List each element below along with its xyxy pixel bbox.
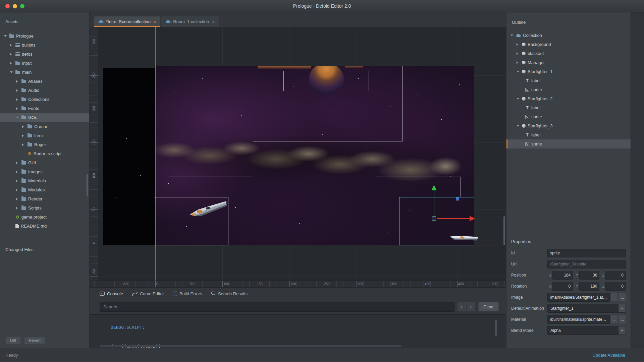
asset-item-main[interactable]: main [0, 68, 89, 77]
diff-button[interactable]: Diff [5, 337, 21, 345]
tab-build-errors[interactable]: Build Errors [173, 291, 202, 296]
close-tab-icon[interactable]: × [154, 19, 156, 24]
expand-arrow-icon[interactable] [10, 62, 13, 65]
asset-item-radar-script[interactable]: ⚙Radar_s.script [0, 149, 89, 158]
asset-item-defos[interactable]: defos [0, 50, 89, 59]
minimize-window-button[interactable] [13, 4, 17, 8]
tab-room-1[interactable]: Room_1.collection × [161, 16, 219, 27]
open-resource-button[interactable]: → [611, 293, 618, 302]
expand-arrow-icon[interactable] [16, 89, 19, 92]
outline-item-label[interactable]: Tlabel [506, 103, 631, 112]
expand-arrow-icon[interactable] [517, 52, 520, 55]
scene-blackout-region[interactable] [103, 68, 155, 245]
expand-arrow-icon[interactable] [10, 44, 13, 47]
expand-arrow-icon[interactable] [10, 53, 13, 56]
browse-resource-button[interactable]: … [619, 315, 626, 324]
gizmo-origin-handle[interactable] [432, 217, 436, 221]
asset-item-images[interactable]: Images [0, 167, 89, 176]
chevron-down-icon[interactable]: ▾ [618, 304, 626, 312]
clear-button[interactable]: Clear [478, 302, 499, 311]
expand-arrow-icon[interactable] [517, 125, 520, 127]
expand-arrow-icon[interactable] [511, 35, 514, 36]
gizmo-x-arrow-icon[interactable] [470, 216, 475, 221]
scene-viewport[interactable]: 300 250 200 150 100 50 0 -50 -50 0 50 10… [90, 27, 506, 287]
close-tab-icon[interactable]: × [212, 19, 215, 24]
open-resource-button[interactable]: → [611, 315, 618, 324]
console-horizontal-scrollbar[interactable] [100, 345, 401, 347]
object-bounds-left[interactable] [168, 177, 253, 197]
outline-item-manager[interactable]: Manager [506, 58, 631, 67]
browse-resource-button[interactable]: … [619, 293, 626, 302]
tab-intro-scene[interactable]: *Intro_Scene.collection × [94, 16, 160, 27]
assets-scrollbar[interactable] [87, 174, 88, 196]
outline-item-starfighter-1[interactable]: Starfighter_1 [506, 67, 631, 76]
expand-arrow-icon[interactable] [16, 162, 19, 164]
outline-item-sprite[interactable]: sprite [506, 85, 631, 94]
sprite-anchor-handle[interactable] [456, 197, 459, 200]
asset-item-scripts[interactable]: Scripts [0, 203, 89, 213]
asset-item-readme[interactable]: README.md [0, 222, 89, 231]
object-bounds-right[interactable] [376, 177, 461, 197]
position-x-field[interactable] [552, 271, 573, 280]
expand-arrow-icon[interactable] [16, 117, 19, 118]
expand-arrow-icon[interactable] [22, 125, 25, 128]
asset-item-fonts[interactable]: Fonts [0, 104, 89, 113]
zoom-window-button[interactable] [20, 4, 24, 8]
outline-item-sprite[interactable]: sprite [506, 112, 631, 121]
expand-arrow-icon[interactable] [16, 180, 19, 182]
expand-arrow-icon[interactable] [517, 61, 520, 64]
outline-item-blackout[interactable]: blackout [506, 49, 631, 58]
close-window-button[interactable] [5, 4, 10, 8]
asset-item-collections[interactable]: Collections [0, 95, 89, 104]
asset-item-input[interactable]: input [0, 59, 89, 68]
tab-curve-editor[interactable]: Curve Editor [132, 291, 164, 296]
asset-item-prologue[interactable]: Prologue [0, 32, 89, 41]
asset-item-materials[interactable]: Materials [0, 176, 89, 185]
outline-item-label[interactable]: Tlabel [506, 130, 631, 139]
expand-arrow-icon[interactable] [10, 71, 13, 73]
expand-arrow-icon[interactable] [16, 207, 19, 209]
outline-item-starfighter-3[interactable]: Starfighter_3 [506, 121, 631, 130]
selected-object-bounds[interactable] [399, 197, 474, 245]
rotation-z-field[interactable] [605, 282, 626, 291]
update-available-link[interactable]: Update Available [593, 353, 625, 358]
asset-item-audio[interactable]: Audio [0, 86, 89, 95]
gizmo-y-axis-handle[interactable] [434, 190, 434, 217]
gizmo-y-arrow-icon[interactable] [431, 185, 437, 190]
asset-item-modules[interactable]: Modules [0, 185, 89, 194]
expand-arrow-icon[interactable] [22, 134, 25, 137]
position-z-field[interactable] [605, 271, 626, 280]
expand-arrow-icon[interactable] [16, 80, 19, 83]
expand-arrow-icon[interactable] [517, 98, 520, 100]
position-y-field[interactable] [579, 271, 600, 280]
asset-item-cursor[interactable]: Cursor [0, 122, 89, 131]
asset-item-render[interactable]: Render [0, 194, 89, 203]
material-field[interactable] [547, 315, 610, 324]
search-next-button[interactable]: › [466, 302, 476, 311]
blend-mode-select[interactable]: Alpha ▾ [547, 326, 626, 335]
asset-item-atlases[interactable]: Atlases [0, 77, 89, 86]
asset-item-gui[interactable]: GUI [0, 158, 89, 167]
default-animation-select[interactable]: Starfighter_1 ▾ [547, 304, 626, 313]
expand-arrow-icon[interactable] [22, 143, 25, 146]
expand-arrow-icon[interactable] [517, 71, 520, 72]
viewport-scrollbar[interactable] [503, 216, 505, 245]
expand-arrow-icon[interactable] [517, 43, 520, 46]
rotation-y-field[interactable] [579, 282, 600, 291]
expand-arrow-icon[interactable] [16, 98, 19, 101]
console-vertical-scrollbar[interactable] [495, 320, 497, 336]
gizmo-x-axis-handle[interactable] [437, 218, 470, 219]
asset-item-builtins[interactable]: builtins [0, 41, 89, 50]
expand-arrow-icon[interactable] [16, 171, 19, 173]
search-prev-button[interactable]: ‹ [457, 302, 467, 311]
object-bounds-planet[interactable] [283, 71, 369, 91]
asset-item-roger[interactable]: Roger [0, 140, 89, 149]
revert-button[interactable]: Revert [24, 337, 45, 345]
chevron-down-icon[interactable]: ▾ [618, 326, 626, 335]
console-output[interactable]: DEBUG:SCRIPT: { --[[0x10f404bc0]] 1 = ha… [90, 314, 506, 348]
search-input[interactable] [100, 302, 454, 312]
asset-item-game-project[interactable]: ⚙game.project [0, 213, 89, 222]
outline-item-starfighter-2[interactable]: Starfighter_2 [506, 94, 631, 103]
rotation-x-field[interactable] [552, 282, 573, 291]
outline-item-collection[interactable]: Collection [506, 31, 631, 40]
